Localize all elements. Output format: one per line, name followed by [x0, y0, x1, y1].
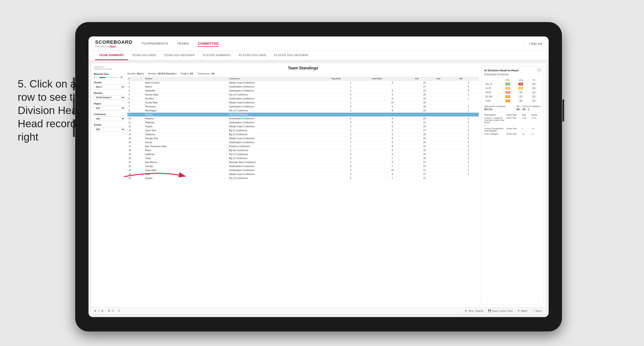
standings-row[interactable]: 11 Arkansas Southeastern Conference 6 8 …: [128, 121, 479, 125]
tournament-row-3-type: Stroke Play: [506, 128, 522, 132]
share-button[interactable]: ↗ Share: [531, 309, 543, 313]
paste-button[interactable]: ⊡: [112, 309, 114, 312]
h2h-row-top10: Top 10 3 13 0: [484, 82, 540, 86]
standings-row[interactable]: 19 California Pac-12 Conference 4 8 24 2: [128, 153, 479, 157]
score-col-header: Score: [532, 114, 540, 116]
filters-panel: Update time: 27/03/2024 16:56:26 Minimum…: [94, 66, 125, 305]
col-header-num: #: [128, 77, 144, 81]
tournament-row-2-score: [532, 124, 540, 127]
standings-row[interactable]: 18 Illinois Big Ten Conference 1 9 23 3: [128, 149, 479, 153]
standings-row[interactable]: 10 Alabama Southeastern Conference 5 8 2…: [128, 117, 479, 121]
brand-name: clippd: [108, 45, 116, 48]
division-select[interactable]: NCAA Division I: [94, 95, 125, 100]
region-label: Region: [94, 103, 125, 105]
col-header-conf-rank: Conf Rank: [371, 77, 414, 81]
pos-col-header: Pos: [522, 114, 531, 116]
gender-select[interactable]: Men's: [94, 85, 125, 89]
h2h-col-tie: Tie: [528, 78, 540, 82]
school-select[interactable]: (All): [94, 127, 125, 132]
powered-by: Powered by clippd: [95, 45, 132, 48]
tournament-row-3-name: Arizona Thunderbirds Intercollegiate: [484, 128, 506, 132]
opponents-value: 99.1%: [484, 108, 506, 111]
nav-teams[interactable]: TEAMS: [177, 40, 189, 47]
tournament-row-2-pos: [522, 124, 531, 127]
standings-row[interactable]: 1 North Carolina Atlantic Coast Conferen…: [128, 81, 479, 85]
save-custom-view-button[interactable]: 💾 Save Custom View: [486, 309, 514, 313]
standings-row[interactable]: 4 Arizona State Pac-12 Conference 4 9 26…: [128, 93, 479, 97]
standings-row[interactable]: 9 Arizona Pac-12 Conference: [128, 113, 479, 117]
standings-row[interactable]: 16 Florida Southeastern Conference 7 9 2…: [128, 141, 479, 145]
nav-tournaments[interactable]: TOURNAMENTS: [141, 40, 168, 47]
toolbar-sep-1: |: [106, 310, 106, 312]
h2h-col-loss: Loss: [514, 78, 527, 82]
standings-row[interactable]: 15 Georgia Tech Atlantic Coast Conferenc…: [128, 137, 479, 141]
standings-row[interactable]: 2 Auburn Southeastern Conference 1 27 6: [128, 85, 479, 89]
h2h-col-win: Win: [501, 78, 514, 82]
opponents-label: Opponents in division:: [484, 105, 506, 108]
h2h-row-100plus: >100 27 0 0: [484, 99, 540, 103]
view-icon: 👁: [465, 310, 467, 312]
tournament-row-1-score: 2-3-0: [532, 117, 540, 124]
h2h-close-button[interactable]: ✕: [537, 68, 541, 72]
standings-row[interactable]: 14 Oklahoma Big 12 Conference 2 9 26 2: [128, 133, 479, 137]
save-icon: 💾: [488, 309, 491, 312]
sub-tab-team-summary[interactable]: TEAM SUMMARY: [95, 51, 128, 60]
tablet-frame: SCOREBOARD Powered by clippd TOURNAMENTS…: [75, 22, 562, 332]
eye-icon: 👁: [518, 310, 520, 312]
h2h-title: In Division Head-to-Head: [484, 69, 540, 72]
tournament-row-4-score: 17: [532, 133, 540, 135]
sub-tab-player-h2h-grid[interactable]: PLAYER H2H GRID: [235, 51, 270, 60]
sub-tab-team-h2h-heatmap[interactable]: TEAM H2H HEATMAP: [160, 51, 199, 60]
sub-nav: TEAM SUMMARY TEAM H2H GRID TEAM H2H HEAT…: [88, 51, 549, 61]
standings-row[interactable]: 23 Texas A&M Southeastern Conference 9 1…: [128, 168, 479, 172]
tournament-row-2-name: 1: [484, 124, 506, 127]
standings-row[interactable]: 3 Vanderbilt Southeastern Conference 2 8…: [128, 89, 479, 93]
h2h-team-name: University of Arizona: [484, 73, 540, 76]
conference-select[interactable]: (All): [94, 116, 125, 121]
standings-row[interactable]: 7 Tennessee Southeastern Conference 4 6 …: [128, 105, 479, 109]
standings-row[interactable]: 24 Duke Atlantic Coast Conference 5 9 27…: [128, 172, 479, 176]
standings-row[interactable]: 20 Texas Big 12 Conference 3 7 20 2: [128, 157, 479, 161]
watch-button[interactable]: 👁 Watch: [516, 309, 529, 313]
h2h-row-51-100: 51-100 20 3 0: [484, 95, 540, 99]
sub-tab-team-h2h-grid[interactable]: TEAM H2H GRID: [128, 51, 160, 60]
record-label: W-L-T record in-division:: [516, 105, 540, 108]
col-header-win: Win: [458, 77, 479, 81]
h2h-row-11-25: 11-25 11 8 0: [484, 86, 540, 90]
sub-tab-player-summary[interactable]: PLAYER SUMMARY: [199, 51, 235, 60]
standings-row[interactable]: 12 Virginia Atlantic Coast Conference 3 …: [128, 125, 479, 129]
school-label: School: [94, 124, 125, 126]
standings-panel: Team Standings Gender: Men's Division: N…: [128, 66, 479, 305]
min-rounds-max: 20: [120, 76, 125, 79]
copy-button[interactable]: ⊞: [108, 309, 110, 312]
standings-row[interactable]: 22 Georgia Southeastern Conference 8 7 2…: [128, 164, 479, 168]
standings-row[interactable]: 17 East Tennessee State Southern Confere…: [128, 145, 479, 149]
sub-tab-player-h2h-heatmap[interactable]: PLAYER H2H HEATMAP: [270, 51, 312, 60]
h2h-panel: In Division Head-to-Head University of A…: [482, 66, 543, 305]
tournament-row-1-pos: Loss: [522, 117, 531, 124]
step-back-button[interactable]: ⟨: [98, 309, 99, 313]
update-time: Update time: 27/03/2024 16:56:26: [94, 66, 125, 70]
view-original-button[interactable]: 👁 View: Original: [463, 309, 485, 313]
col-header-rds: Rds: [414, 77, 435, 81]
standings-row[interactable]: 5 Ole Miss Southeastern Conference 3 6 1…: [128, 97, 479, 101]
standings-row[interactable]: 6 Florida State Atlantic Coast Conferenc…: [128, 101, 479, 105]
division-label: Division: [94, 92, 125, 94]
rounds-slider[interactable]: [100, 77, 119, 78]
tournament-row-2-type: [506, 124, 522, 127]
min-rounds-min: 4: [94, 76, 98, 79]
toolbar-sep-2: |: [116, 310, 116, 312]
standings-row[interactable]: 21 New Mexico Mountain West Conference 1…: [128, 161, 479, 164]
undo-button[interactable]: ↺: [94, 309, 96, 313]
h2h-col-label: [484, 78, 501, 82]
h2h-opponents-row: Opponents in division: 99.1% W-L-T recor…: [484, 105, 540, 111]
sign-out-link[interactable]: | Sign out: [524, 42, 542, 45]
conference-label: Conference: [94, 113, 125, 116]
region-select[interactable]: N/A: [94, 106, 125, 111]
nav-committee[interactable]: COMMITTEE: [198, 40, 219, 47]
standings-row[interactable]: 13 Texas Tech Big 12 Conference 1 9 27 2: [128, 129, 479, 133]
redo-button[interactable]: ↻: [101, 309, 104, 313]
col-header-school: School: [144, 77, 228, 81]
standings-row[interactable]: 25 Oregon Pac-12 Conference 5 7 21: [128, 176, 479, 180]
standings-row[interactable]: 8 Washington Pac-12 Conference 2 8 23 1: [128, 109, 479, 113]
